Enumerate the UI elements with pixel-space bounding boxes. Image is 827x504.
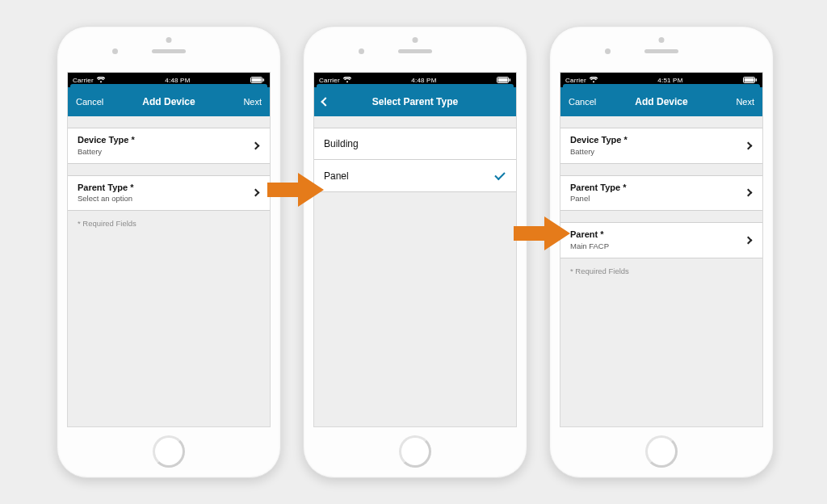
phone-speaker (152, 49, 186, 53)
phone-sensor (166, 37, 172, 43)
phone-camera (359, 48, 364, 54)
option-label: Building (324, 138, 359, 149)
required-hint: * Required Fields (560, 267, 762, 275)
page-title: Select Parent Type (372, 96, 459, 107)
svg-rect-5 (498, 78, 508, 82)
app-header: Select Parent Type (314, 87, 516, 116)
status-time: 4:48 PM (165, 77, 190, 84)
checkmark-icon (494, 169, 505, 179)
row-parent-type[interactable]: Parent Type * Select an option (68, 175, 270, 212)
chevron-left-icon (321, 97, 330, 106)
phone-speaker (398, 49, 432, 53)
option-panel[interactable]: Panel (314, 160, 516, 192)
svg-rect-2 (252, 78, 262, 82)
row-label: Device Type * (570, 135, 628, 146)
row-value: Panel (570, 194, 627, 204)
phone-screen-2: Carrier 4:48 PM Select Parent Type (313, 72, 517, 427)
chevron-right-icon (745, 141, 753, 149)
option-building[interactable]: Building (314, 128, 516, 160)
option-label: Panel (324, 170, 349, 182)
row-parent-type[interactable]: Parent Type * Panel (560, 175, 762, 212)
page-title: Add Device (142, 96, 195, 107)
phone-screen-3: Carrier 4:51 PM Cancel Add Device Next (560, 72, 763, 427)
chevron-right-icon (745, 237, 753, 245)
chevron-right-icon (745, 189, 753, 197)
home-button[interactable] (153, 435, 185, 468)
wifi-icon (343, 77, 351, 83)
cancel-button[interactable]: Cancel (560, 87, 604, 116)
row-value: Select an option (78, 194, 134, 204)
phone-sensor (659, 37, 665, 43)
svg-rect-7 (756, 78, 758, 81)
next-button[interactable]: Next (728, 87, 762, 116)
app-header: Cancel Add Device Next (560, 87, 762, 116)
home-button[interactable] (399, 435, 431, 468)
carrier-label: Carrier (565, 77, 586, 84)
phone-speaker (644, 49, 678, 53)
row-device-type[interactable]: Device Type * Battery (68, 128, 270, 164)
phone-camera (112, 48, 118, 54)
row-device-type[interactable]: Device Type * Battery (560, 128, 762, 164)
row-label: Parent Type * (570, 183, 627, 194)
carrier-label: Carrier (319, 77, 340, 84)
chevron-right-icon (252, 189, 260, 197)
battery-icon (743, 77, 758, 83)
row-label: Device Type * (78, 135, 135, 146)
wifi-icon (590, 77, 598, 83)
status-time: 4:51 PM (657, 77, 682, 84)
phone-screen-1: Carrier 4:48 PM Cancel Add Device Next (67, 72, 271, 427)
row-label: Parent * (570, 229, 609, 241)
phone-frame-3: Carrier 4:51 PM Cancel Add Device Next (549, 26, 774, 478)
chevron-right-icon (252, 141, 260, 149)
row-parent[interactable]: Parent * Main FACP (560, 222, 762, 258)
app-header: Cancel Add Device Next (68, 87, 270, 116)
wifi-icon (97, 77, 105, 83)
carrier-label: Carrier (73, 77, 94, 84)
phone-frame-2: Carrier 4:48 PM Select Parent Type (303, 26, 527, 478)
svg-rect-8 (745, 78, 754, 82)
svg-rect-4 (510, 78, 511, 81)
required-hint: * Required Fields (68, 219, 270, 228)
cancel-button[interactable]: Cancel (68, 87, 111, 116)
row-value: Main FACP (570, 242, 609, 251)
home-button[interactable] (645, 435, 678, 468)
status-time: 4:48 PM (411, 77, 436, 84)
next-button[interactable]: Next (235, 87, 270, 116)
svg-rect-1 (263, 78, 265, 81)
back-button[interactable] (314, 87, 337, 116)
row-value: Battery (570, 147, 628, 157)
battery-icon (250, 77, 265, 83)
row-value: Battery (78, 147, 135, 157)
phone-frame-1: Carrier 4:48 PM Cancel Add Device Next (57, 26, 281, 478)
page-title: Add Device (635, 96, 687, 107)
battery-icon (497, 77, 511, 83)
phone-sensor (413, 37, 418, 43)
row-label: Parent Type * (78, 183, 134, 194)
phone-camera (605, 48, 611, 54)
